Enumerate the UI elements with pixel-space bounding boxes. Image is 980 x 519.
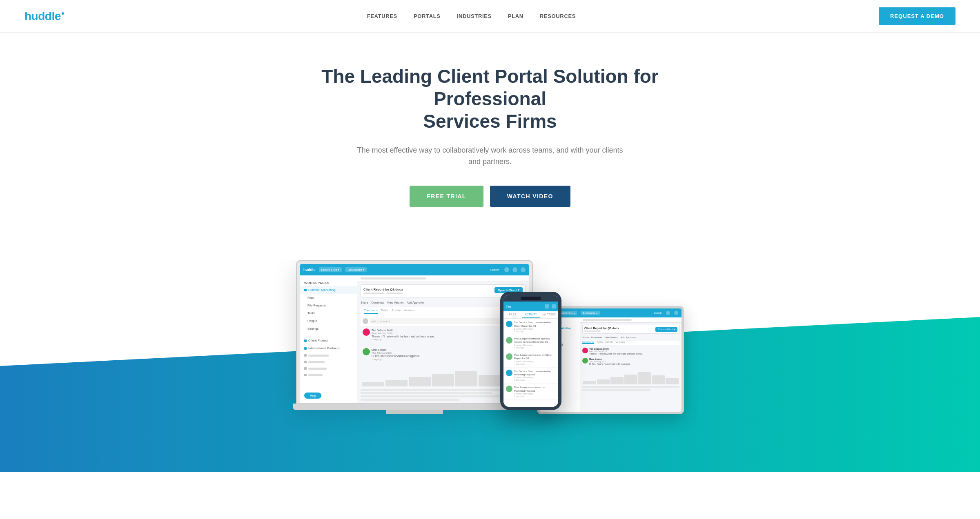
sidebar-settings: Settings — [300, 325, 357, 333]
tablet-topbar-icon1 — [666, 311, 670, 315]
activity-item-4: Tim Debuca Smith commented on Marketing … — [503, 368, 558, 384]
nav-resources[interactable]: RESOURCES — [540, 13, 576, 19]
recent-files-pill: Recent Files ▾ — [319, 267, 342, 272]
sidebar-intl-partners: International Partners — [300, 344, 357, 352]
laptop-topbar: huddle Recent Files ▾ Bookmarks ▾ Search — [300, 264, 529, 275]
activity-item-5: Marc Losper commented on Marketing Propo… — [503, 384, 558, 400]
tablet-tab-activity: Activity — [605, 341, 613, 344]
activity-avatar-5 — [506, 386, 512, 392]
main-nav: FEATURES PORTALS INDUSTRIES PLAN RESOURC… — [367, 13, 576, 19]
tablet-chart — [582, 368, 679, 384]
nav-features[interactable]: FEATURES — [367, 13, 397, 19]
laptop-stand — [386, 410, 443, 414]
hero-subheadline: The most effective way to collaborativel… — [351, 144, 629, 168]
chart-bar-6 — [479, 375, 501, 386]
logo-dot — [62, 12, 64, 15]
tab-tasks: Tasks — [381, 309, 388, 314]
phone-notch — [503, 295, 558, 302]
sidebar-files: Files — [300, 294, 357, 302]
tablet-open-word-btn: Open in Word ▾ — [655, 327, 677, 332]
tablet-version-1: Tim Debuca Smith Wed, 4th Sep 2016 Thank… — [582, 346, 679, 357]
topbar-notif-icon — [512, 267, 517, 272]
sidebar-dot-cp — [304, 339, 307, 342]
laptop-screen-wrapper: huddle Recent Files ▾ Bookmarks ▾ Search — [296, 260, 533, 404]
phone-topbar-logo: Tim — [506, 305, 511, 308]
topbar-search-icon — [504, 267, 509, 272]
phone-activity-list: Tim Debuca Smith commented on Client Rep… — [503, 319, 558, 400]
tab-activity: Activity — [392, 309, 401, 314]
hero-section: The Leading Client Portal Solution for P… — [0, 33, 980, 260]
tablet-file-card: Client Report for Q3.docx Open in Word ▾ — [582, 325, 679, 334]
screenshots-container: huddle Recent Files ▾ Bookmarks ▾ Search — [0, 260, 980, 414]
nav-portals[interactable]: PORTALS — [414, 13, 441, 19]
tablet-content: Client Report for Q3.docx Open in Word ▾ — [580, 323, 682, 412]
phone-screen-wrapper: Tim FILES ACTIVITY MY TASKS — [500, 292, 561, 410]
topbar-user-icon — [521, 267, 526, 272]
tablet-version-2: Marc Losper Thu, 5th Aug 2016 Hi Tim, he… — [582, 357, 679, 366]
phone-topbar-icon2 — [552, 304, 556, 308]
nav-plan[interactable]: PLAN — [508, 13, 523, 19]
nav-industries[interactable]: INDUSTRIES — [457, 13, 492, 19]
hero-buttons: FREE TRIAL WATCH VIDEO — [16, 186, 964, 207]
sidebar-dot-ip — [304, 347, 307, 350]
version-author-1: Tim Debuca Smith — [372, 328, 434, 332]
bookmarks-pill: Bookmarks ▾ — [345, 267, 367, 272]
activity-item-3: Marc Losper commented on Client Report f… — [503, 351, 558, 368]
hero-headline: The Leading Client Portal Solution for P… — [306, 65, 674, 133]
sidebar-people: People — [300, 317, 357, 325]
phone-topbar: Tim — [503, 302, 558, 311]
tablet-main: Client Report for Q3.docx Open in Word ▾ — [580, 317, 682, 412]
sidebar-external-marketing: External Marketing — [300, 286, 357, 294]
sidebar-client-project: Client Project — [300, 337, 357, 344]
version-text-2: Hi Tim, here's your revisions for approv… — [372, 354, 420, 358]
content-toolbar — [357, 275, 529, 282]
version-text-1: Thanks - I'll review with the team and g… — [372, 335, 434, 338]
sidebar-item2 — [300, 359, 357, 365]
sidebar-item1 — [300, 352, 357, 359]
file-name: Client Report for Q3.docx — [363, 288, 403, 291]
phone-tab-activity: ACTIVITY — [522, 311, 540, 318]
sidebar-item4 — [300, 372, 357, 378]
activity-avatar-3 — [506, 353, 512, 360]
request-demo-button[interactable]: REQUEST A DEMO — [879, 7, 956, 25]
tablet-versions: Tim Debuca Smith Wed, 4th Sep 2016 Thank… — [582, 346, 679, 366]
topbar-logo: huddle — [303, 268, 316, 272]
tablet-file-name: Client Report for Q3.docx — [584, 327, 619, 330]
tablet-tab-versions: Versions — [615, 341, 625, 344]
laptop-base — [293, 404, 536, 410]
chart-bar-3 — [409, 377, 431, 386]
tablet-tab-comments: Comments — [582, 341, 594, 344]
watch-video-button[interactable]: WATCH VIDEO — [490, 186, 570, 207]
screenshot-section: huddle Recent Files ▾ Bookmarks ▾ Search — [0, 260, 980, 472]
sidebar-tasks: Tasks — [300, 309, 357, 317]
chart-bar-4 — [432, 374, 454, 386]
tablet-bookmarks-pill: Bookmarks ▾ — [581, 311, 600, 315]
sidebar-item3 — [300, 365, 357, 372]
chart-bar-2 — [385, 380, 408, 386]
sidebar-dot — [304, 289, 307, 291]
laptop-sidebar: Workspaces External Marketing Files File… — [300, 275, 357, 403]
phone-notch-inner — [521, 297, 541, 300]
phone-tabs: FILES ACTIVITY MY TASKS — [503, 311, 558, 319]
activity-avatar-1 — [506, 321, 512, 327]
search-label: Search — [490, 268, 499, 271]
tab-versions: Versions — [404, 309, 415, 314]
site-header: huddle FEATURES PORTALS INDUSTRIES PLAN … — [0, 0, 980, 33]
laptop-screen: huddle Recent Files ▾ Bookmarks ▾ Search — [300, 264, 529, 403]
tablet-search-label: Search — [654, 312, 662, 314]
phone-topbar-icon1 — [545, 304, 549, 308]
phone-tab-files: FILES — [503, 311, 522, 318]
laptop-mockup: huddle Recent Files ▾ Bookmarks ▾ Search — [296, 260, 533, 414]
phone-mockup-wrapper: Tim FILES ACTIVITY MY TASKS — [500, 292, 561, 414]
tablet-skeleton — [582, 386, 679, 391]
tablet-topbar-icon2 — [674, 311, 678, 315]
tablet-subtoolbar — [580, 317, 682, 323]
phone-app: Tim FILES ACTIVITY MY TASKS — [503, 302, 558, 410]
tablet-tab-tasks: Tasks — [597, 341, 603, 344]
workspaces-header: Workspaces — [300, 279, 357, 286]
version-author-2: Marc Losper — [372, 348, 420, 352]
sidebar-file-requests: File Requests — [300, 302, 357, 309]
help-button: Help — [304, 393, 321, 399]
tablet-tabs: Comments Tasks Activity Versions — [582, 341, 679, 345]
free-trial-button[interactable]: FREE TRIAL — [410, 186, 483, 207]
